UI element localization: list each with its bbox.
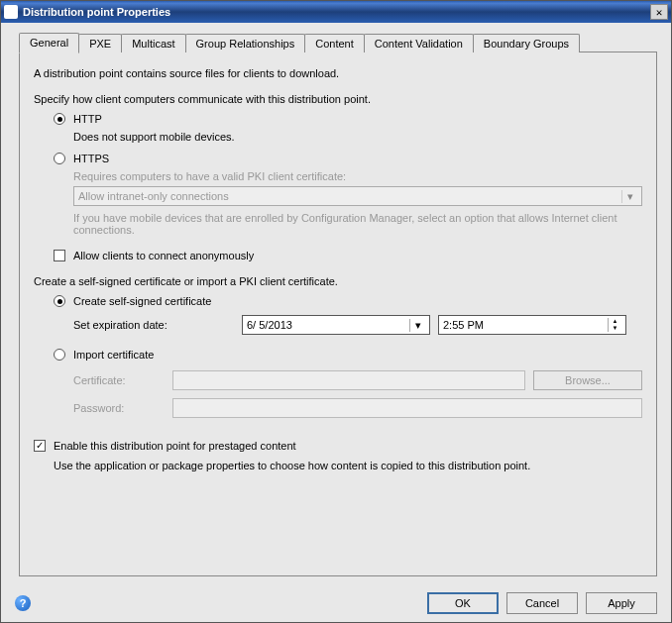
expiration-row: Set expiration date: 6/ 5/2013 ▾ 2:55 PM…	[73, 315, 642, 335]
cert-intro: Create a self-signed certificate or impo…	[34, 275, 642, 287]
https-combo-value: Allow intranet-only connections	[78, 190, 229, 202]
intro-text: A distribution point contains source fil…	[34, 67, 642, 79]
tab-pxe[interactable]: PXE	[78, 34, 122, 52]
radio-import-row[interactable]: Import certificate	[54, 349, 642, 361]
tab-boundary-groups[interactable]: Boundary Groups	[473, 34, 580, 52]
http-note: Does not support mobile devices.	[73, 131, 642, 143]
dialog-footer: ? OK Cancel Apply	[1, 588, 671, 622]
help-icon[interactable]: ?	[15, 595, 31, 611]
radio-https-row[interactable]: HTTPS	[54, 153, 642, 164]
tab-content-validation[interactable]: Content Validation	[364, 34, 474, 52]
expiration-time-input[interactable]: 2:55 PM ▲▼	[438, 315, 626, 335]
radio-http[interactable]	[54, 113, 65, 125]
certificate-row: Certificate: Browse...	[73, 370, 642, 390]
anon-check-row[interactable]: Allow clients to connect anonymously	[54, 250, 642, 261]
radio-http-row[interactable]: HTTP	[54, 113, 642, 125]
chevron-down-icon[interactable]: ▾	[409, 319, 425, 332]
content-area: General PXE Multicast Group Relationship…	[1, 23, 671, 588]
https-note: Requires computers to have a valid PKI c…	[73, 170, 642, 182]
window-title: Distribution point Properties	[23, 6, 650, 18]
import-label: Import certificate	[73, 349, 154, 361]
prestage-label: Enable this distribution point for prest…	[54, 440, 296, 452]
tab-group-relationships[interactable]: Group Relationships	[185, 34, 306, 52]
tab-strip: General PXE Multicast Group Relationship…	[19, 33, 657, 52]
radio-create-self[interactable]	[54, 295, 65, 307]
tab-multicast[interactable]: Multicast	[121, 34, 185, 52]
checkbox-prestage[interactable]	[34, 440, 46, 452]
spinner-icon[interactable]: ▲▼	[608, 318, 621, 332]
expiration-time-value: 2:55 PM	[443, 319, 484, 331]
https-connection-combo: Allow intranet-only connections ▾	[73, 186, 642, 206]
anon-label: Allow clients to connect anonymously	[73, 250, 254, 261]
password-row: Password:	[73, 398, 642, 418]
expiration-date-input[interactable]: 6/ 5/2013 ▾	[242, 315, 430, 335]
tab-panel-general: A distribution point contains source fil…	[19, 52, 657, 576]
tab-general[interactable]: General	[19, 33, 79, 53]
dialog-window: Distribution point Properties ✕ General …	[0, 0, 672, 623]
password-input	[172, 398, 642, 418]
ok-button[interactable]: OK	[427, 592, 499, 614]
titlebar[interactable]: Distribution point Properties ✕	[1, 1, 671, 23]
prestage-note: Use the application or package propertie…	[54, 460, 642, 471]
apply-button[interactable]: Apply	[586, 592, 657, 614]
browse-button: Browse...	[533, 370, 642, 390]
cancel-button[interactable]: Cancel	[506, 592, 578, 614]
checkbox-anonymous[interactable]	[54, 250, 65, 261]
certificate-label: Certificate:	[73, 374, 172, 386]
prestage-check-row[interactable]: Enable this distribution point for prest…	[34, 440, 642, 452]
radio-create-self-row[interactable]: Create self-signed certificate	[54, 295, 642, 307]
app-icon	[4, 5, 18, 19]
create-self-label: Create self-signed certificate	[73, 295, 211, 307]
password-label: Password:	[73, 402, 172, 414]
radio-https-label: HTTPS	[73, 153, 109, 164]
tab-content[interactable]: Content	[304, 34, 365, 52]
radio-import[interactable]	[54, 349, 65, 361]
https-hint: If you have mobile devices that are enro…	[73, 212, 642, 236]
chevron-down-icon: ▾	[621, 190, 637, 203]
specify-text: Specify how client computers communicate…	[34, 93, 642, 105]
close-icon[interactable]: ✕	[650, 4, 668, 20]
expiration-label: Set expiration date:	[73, 319, 242, 331]
radio-http-label: HTTP	[73, 113, 102, 125]
radio-https[interactable]	[54, 153, 65, 164]
expiration-date-value: 6/ 5/2013	[247, 319, 292, 331]
certificate-input	[172, 370, 525, 390]
